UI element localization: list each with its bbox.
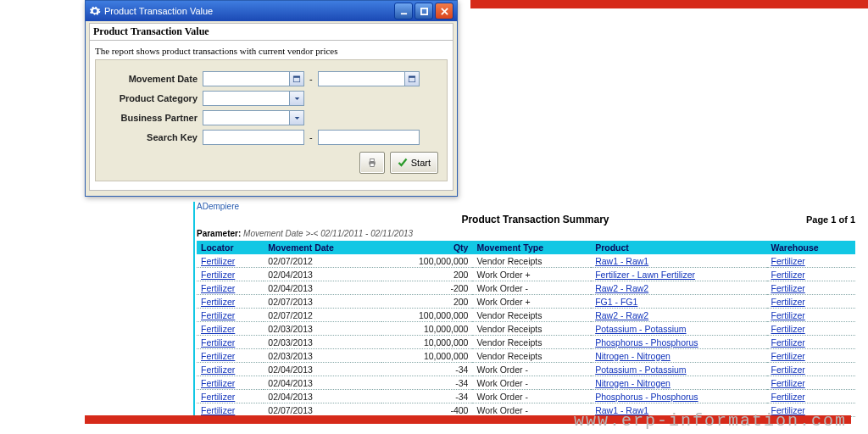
report-panel: ADempiere Product Transaction Summary Pa… <box>197 202 855 417</box>
col-locator: Locator <box>197 241 264 254</box>
cell-date: 02/07/2012 <box>264 309 381 322</box>
app-name: ADempiere <box>197 202 855 211</box>
cell-type: Vendor Receipts <box>472 254 591 268</box>
locator-link[interactable]: Fertilizer <box>201 256 235 266</box>
maximize-button[interactable] <box>415 3 433 19</box>
svg-rect-10 <box>370 164 375 167</box>
product-link[interactable]: Fertilizer - Lawn Fertilizer <box>595 270 695 280</box>
col-qty: Qty <box>381 241 473 254</box>
window-title: Product Transaction Value <box>104 6 213 16</box>
product-link[interactable]: Potassium - Potassium <box>595 324 686 334</box>
cell-type: Work Order - <box>472 281 591 295</box>
range-dash: - <box>309 132 313 142</box>
product-link[interactable]: Phosphorus - Phosphorus <box>595 337 698 348</box>
cell-type: Vendor Receipts <box>472 309 591 322</box>
warehouse-link[interactable]: Fertilizer <box>771 270 805 280</box>
cell-qty: -200 <box>381 281 473 295</box>
cell-date: 02/03/2013 <box>264 322 381 336</box>
label-product-category: Product Category <box>104 93 198 103</box>
chevron-down-icon[interactable] <box>289 111 303 125</box>
cell-type: Work Order - <box>472 390 591 403</box>
titlebar[interactable]: Product Transaction Value <box>86 1 457 21</box>
product-link[interactable]: Phosphorus - Phosphorus <box>595 392 698 402</box>
start-button[interactable]: Start <box>390 152 438 174</box>
calendar-icon[interactable] <box>289 72 303 86</box>
warehouse-link[interactable]: Fertilizer <box>771 324 805 334</box>
label-movement-date: Movement Date <box>104 74 198 84</box>
dialog-description: The report shows product transactions wi… <box>95 46 448 56</box>
cell-qty: -34 <box>381 390 473 403</box>
close-button[interactable] <box>435 3 453 19</box>
minimize-button[interactable] <box>394 3 413 19</box>
range-dash: - <box>309 74 313 84</box>
report-table: LocatorMovement DateQtyMovement TypeProd… <box>197 241 855 417</box>
product-link[interactable]: Raw2 - Raw2 <box>595 310 648 320</box>
accent-bar-top <box>470 0 868 8</box>
col-movement-type: Movement Type <box>472 241 591 254</box>
locator-link[interactable]: Fertilizer <box>201 337 235 348</box>
warehouse-link[interactable]: Fertilizer <box>771 392 805 402</box>
col-product: Product <box>591 241 766 254</box>
svg-rect-5 <box>293 76 300 78</box>
product-link[interactable]: Potassium - Potassium <box>595 364 686 375</box>
cell-date: 02/03/2013 <box>264 336 381 349</box>
locator-link[interactable]: Fertilizer <box>201 392 235 402</box>
warehouse-link[interactable]: Fertilizer <box>771 256 805 266</box>
product-link[interactable]: Raw1 - Raw1 <box>595 256 648 266</box>
cell-type: Work Order + <box>472 268 591 281</box>
movement-date-from-input[interactable] <box>203 71 304 86</box>
form-panel: Movement Date - Product Category Busines… <box>95 59 448 181</box>
cell-type: Vendor Receipts <box>472 336 591 349</box>
table-row: Fertilizer02/07/2012100,000,000Vendor Re… <box>197 254 855 268</box>
cell-date: 02/04/2013 <box>264 281 381 295</box>
warehouse-link[interactable]: Fertilizer <box>771 351 805 361</box>
table-row: Fertilizer02/04/2013-34Work Order -Nitro… <box>197 376 855 390</box>
warehouse-link[interactable]: Fertilizer <box>771 364 805 375</box>
locator-link[interactable]: Fertilizer <box>201 351 235 361</box>
locator-link[interactable]: Fertilizer <box>201 297 235 307</box>
svg-rect-1 <box>420 8 426 14</box>
check-icon <box>398 158 408 168</box>
search-key-to-input[interactable] <box>318 130 420 145</box>
chevron-down-icon[interactable] <box>289 92 303 105</box>
locator-link[interactable]: Fertilizer <box>201 283 235 293</box>
warehouse-link[interactable]: Fertilizer <box>771 378 805 388</box>
print-button[interactable] <box>359 152 385 174</box>
product-category-select[interactable] <box>203 91 304 106</box>
label-search-key: Search Key <box>104 132 198 142</box>
table-row: Fertilizer02/03/201310,000,000Vendor Rec… <box>197 336 855 349</box>
table-row: Fertilizer02/04/2013-34Work Order -Phosp… <box>197 390 855 403</box>
dialog-title: Product Transaction Value <box>89 23 453 41</box>
warehouse-link[interactable]: Fertilizer <box>771 310 805 320</box>
movement-date-to-input[interactable] <box>318 71 420 86</box>
report-title: Product Transaction Summary <box>264 214 806 225</box>
cell-date: 02/04/2013 <box>264 363 381 376</box>
product-link[interactable]: Raw2 - Raw2 <box>595 283 648 293</box>
dialog-product-transaction-value: Product Transaction Value Product Transa… <box>85 0 458 197</box>
business-partner-select[interactable] <box>203 110 304 125</box>
cell-date: 02/04/2013 <box>264 268 381 281</box>
search-key-from-input[interactable] <box>203 130 304 145</box>
product-link[interactable]: Nitrogen - Nitrogen <box>595 351 670 361</box>
cell-type: Work Order - <box>472 363 591 376</box>
warehouse-link[interactable]: Fertilizer <box>771 337 805 348</box>
col-movement-date: Movement Date <box>264 241 381 254</box>
locator-link[interactable]: Fertilizer <box>201 364 235 375</box>
locator-link[interactable]: Fertilizer <box>201 405 235 415</box>
svg-rect-9 <box>370 159 375 162</box>
warehouse-link[interactable]: Fertilizer <box>771 283 805 293</box>
warehouse-link[interactable]: Fertilizer <box>771 297 805 307</box>
cell-date: 02/03/2013 <box>264 349 381 363</box>
print-icon <box>367 158 377 168</box>
locator-link[interactable]: Fertilizer <box>201 270 235 280</box>
locator-link[interactable]: Fertilizer <box>201 310 235 320</box>
report-parameter: Parameter: Movement Date >-< 02/11/2011 … <box>197 229 855 238</box>
locator-link[interactable]: Fertilizer <box>201 378 235 388</box>
table-row: Fertilizer02/07/2012100,000,000Vendor Re… <box>197 309 855 322</box>
start-button-label: Start <box>411 158 431 168</box>
product-link[interactable]: Nitrogen - Nitrogen <box>595 378 670 388</box>
product-link[interactable]: FG1 - FG1 <box>595 297 637 307</box>
cell-type: Work Order - <box>472 376 591 390</box>
calendar-icon[interactable] <box>404 72 419 86</box>
locator-link[interactable]: Fertilizer <box>201 324 235 334</box>
